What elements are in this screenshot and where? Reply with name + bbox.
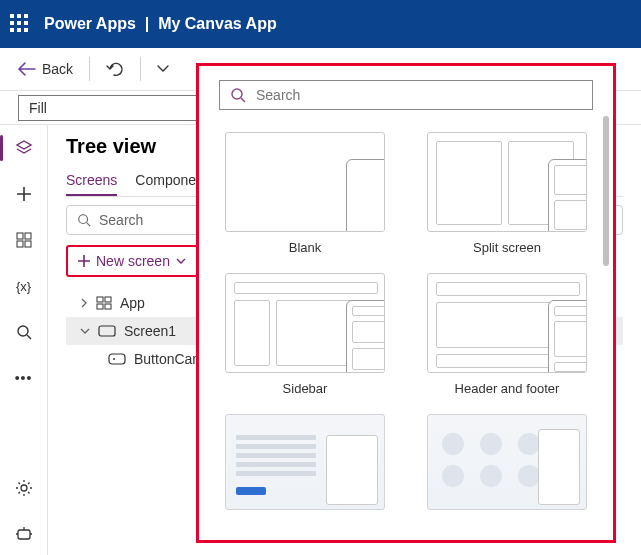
button-icon <box>108 353 126 365</box>
rail-more[interactable]: ••• <box>15 369 33 387</box>
plus-icon <box>16 186 32 202</box>
chevron-down-icon <box>80 327 90 335</box>
template-more-1[interactable] <box>219 414 391 510</box>
chevron-down-icon <box>176 258 186 265</box>
scrollbar[interactable] <box>603 116 609 266</box>
template-header-footer[interactable]: Header and footer <box>421 273 593 396</box>
svg-point-15 <box>232 89 242 99</box>
bot-icon <box>15 526 33 542</box>
undo-button[interactable] <box>100 57 130 81</box>
template-grid: Blank Split screen Sidebar Header and fo… <box>219 132 593 510</box>
template-split-screen[interactable]: Split screen <box>421 132 593 255</box>
svg-rect-2 <box>17 241 23 247</box>
new-screen-button[interactable]: New screen <box>66 245 198 277</box>
svg-point-7 <box>79 215 88 224</box>
undo-icon <box>106 61 124 77</box>
gear-icon <box>15 479 33 497</box>
template-blank[interactable]: Blank <box>219 132 391 255</box>
template-label: Sidebar <box>283 381 328 396</box>
chevron-right-icon <box>80 298 88 308</box>
arrow-left-icon <box>18 62 36 76</box>
app-icon <box>96 296 112 310</box>
app-header: Power Apps | My Canvas App <box>0 0 641 48</box>
rail-insert[interactable] <box>15 185 33 203</box>
search-icon <box>16 324 32 340</box>
template-label: Split screen <box>473 240 541 255</box>
chevron-down-icon <box>157 65 169 73</box>
template-preview <box>427 414 587 510</box>
new-screen-popover: Blank Split screen Sidebar Header and fo… <box>196 63 616 543</box>
node-label: App <box>120 295 145 311</box>
new-screen-label: New screen <box>96 253 170 269</box>
svg-rect-6 <box>18 530 30 539</box>
template-preview <box>427 273 587 373</box>
template-more-2[interactable] <box>421 414 593 510</box>
search-placeholder: Search <box>99 212 143 228</box>
waffle-icon[interactable] <box>10 14 30 34</box>
template-preview <box>225 132 385 232</box>
product-name: Power Apps <box>44 15 136 32</box>
layers-icon <box>15 139 33 157</box>
rail-variables[interactable]: {x} <box>15 277 33 295</box>
grid-icon <box>16 232 32 248</box>
template-label: Header and footer <box>455 381 560 396</box>
template-label: Blank <box>289 240 322 255</box>
svg-rect-3 <box>25 241 31 247</box>
left-rail: {x} ••• <box>0 125 48 555</box>
tab-screens[interactable]: Screens <box>66 166 117 196</box>
svg-point-5 <box>21 485 27 491</box>
template-sidebar[interactable]: Sidebar <box>219 273 391 396</box>
back-label: Back <box>42 61 73 77</box>
search-icon <box>230 87 246 103</box>
svg-point-4 <box>18 326 28 336</box>
rail-tree-view[interactable] <box>15 139 33 157</box>
svg-rect-12 <box>99 326 115 336</box>
template-preview <box>225 414 385 510</box>
search-icon <box>77 213 91 227</box>
svg-rect-9 <box>105 297 111 302</box>
separator <box>89 57 90 81</box>
node-label: Screen1 <box>124 323 176 339</box>
template-search[interactable] <box>219 80 593 110</box>
separator <box>140 57 141 81</box>
rail-search[interactable] <box>15 323 33 341</box>
plus-icon <box>78 255 90 267</box>
svg-rect-1 <box>25 233 31 239</box>
template-search-input[interactable] <box>256 87 582 103</box>
svg-rect-0 <box>17 233 23 239</box>
svg-rect-10 <box>97 304 103 309</box>
svg-rect-11 <box>105 304 111 309</box>
svg-rect-8 <box>97 297 103 302</box>
header-title: Power Apps | My Canvas App <box>44 15 277 33</box>
svg-rect-13 <box>109 354 125 364</box>
app-name: My Canvas App <box>158 15 277 32</box>
template-preview <box>225 273 385 373</box>
undo-dropdown[interactable] <box>151 61 175 77</box>
back-button[interactable]: Back <box>12 57 79 81</box>
screen-icon <box>98 325 116 337</box>
property-name: Fill <box>29 100 47 116</box>
template-preview <box>427 132 587 232</box>
rail-settings[interactable] <box>15 479 33 497</box>
svg-point-14 <box>113 358 115 360</box>
rail-virtual-agent[interactable] <box>15 525 33 543</box>
rail-data[interactable] <box>15 231 33 249</box>
